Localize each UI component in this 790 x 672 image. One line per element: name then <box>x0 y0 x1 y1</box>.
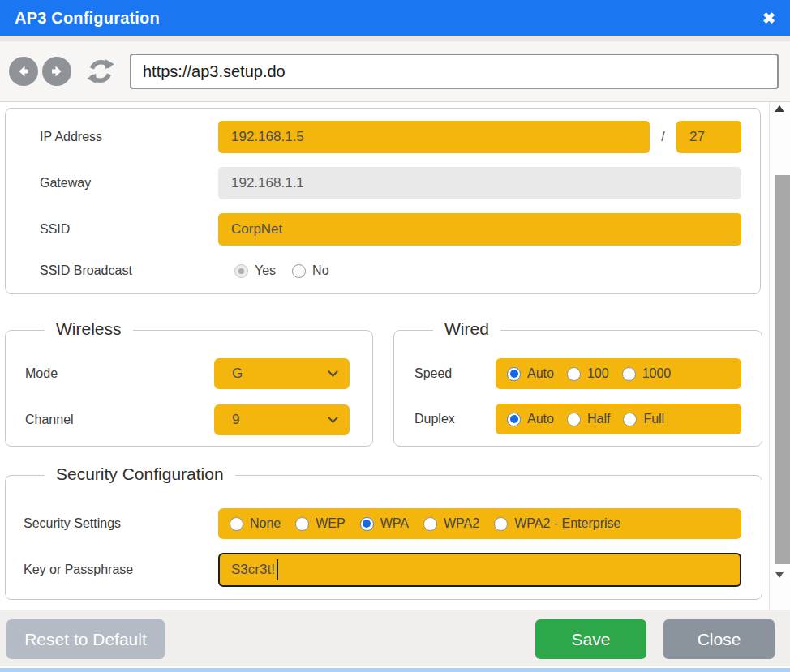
ssid-label: SSID <box>6 222 218 237</box>
wireless-legend: Wireless <box>45 319 133 339</box>
gateway-input: 192.168.1.1 <box>218 167 741 199</box>
security-wep-radio[interactable]: WEP <box>295 516 345 531</box>
key-passphrase-input[interactable]: S3cr3t! <box>218 553 741 587</box>
save-button[interactable]: Save <box>535 619 646 659</box>
ssid-broadcast-no-label: No <box>312 263 328 278</box>
duplex-radio-group: Auto Half Full <box>496 404 741 434</box>
duplex-half-radio[interactable]: Half <box>567 412 610 426</box>
mode-selected-value: G <box>232 366 243 382</box>
security-wpa2-label: WPA2 <box>444 516 479 531</box>
close-button[interactable]: Close <box>663 619 775 659</box>
mode-label: Mode <box>6 366 214 381</box>
form-content-area: IP Address 192.168.1.5 / 27 Gateway 192.… <box>0 101 790 610</box>
wired-section: Wired Speed Auto 100 1000 <box>393 330 762 447</box>
radio-selected-icon <box>507 367 521 381</box>
scrollbar-thumb[interactable] <box>775 175 790 564</box>
speed-100-label: 100 <box>587 366 609 381</box>
wireless-section: Wireless Mode G Channel 9 <box>5 330 373 447</box>
radio-unselected-icon <box>295 517 309 531</box>
ip-address-row: IP Address 192.168.1.5 / 27 <box>6 121 760 153</box>
ssid-broadcast-no-radio[interactable]: No <box>292 263 328 278</box>
cidr-separator: / <box>650 130 676 144</box>
forward-button[interactable] <box>42 57 71 86</box>
footer-bar: Reset to Default Save Close <box>0 610 790 666</box>
radio-unselected-icon <box>622 367 636 381</box>
security-wpa-radio[interactable]: WPA <box>360 516 409 531</box>
channel-select[interactable]: 9 <box>214 404 350 435</box>
back-arrow-icon <box>15 63 32 79</box>
duplex-half-label: Half <box>587 412 610 426</box>
window-title: AP3 Configuration <box>15 9 160 28</box>
chevron-down-icon <box>328 366 338 377</box>
scroll-up-arrow-icon[interactable] <box>775 105 784 112</box>
key-passphrase-row: Key or Passphrase S3cr3t! <box>6 553 762 587</box>
security-configuration-section: Security Configuration Security Settings… <box>5 475 762 600</box>
security-wpa2-enterprise-label: WPA2 - Enterprise <box>514 516 620 531</box>
duplex-auto-radio[interactable]: Auto <box>507 412 554 426</box>
ip-address-input[interactable]: 192.168.1.5 <box>218 121 650 153</box>
speed-row: Speed Auto 100 1000 <box>394 358 762 389</box>
speed-auto-label: Auto <box>527 366 554 381</box>
window-bottom-edge <box>0 666 790 672</box>
security-wep-label: WEP <box>316 516 345 531</box>
subnet-prefix-input[interactable]: 27 <box>676 121 741 153</box>
gateway-row: Gateway 192.168.1.1 <box>6 167 760 199</box>
duplex-auto-label: Auto <box>527 412 554 426</box>
text-caret <box>277 559 278 580</box>
radio-unselected-icon <box>623 413 637 426</box>
radio-unselected-icon <box>567 413 581 426</box>
mode-row: Mode G <box>6 358 372 389</box>
url-text: https://ap3.setup.do <box>143 62 286 81</box>
duplex-label: Duplex <box>394 412 496 426</box>
speed-100-radio[interactable]: 100 <box>567 366 609 381</box>
mode-select[interactable]: G <box>214 358 350 389</box>
gateway-label: Gateway <box>6 176 218 190</box>
speed-radio-group: Auto 100 1000 <box>496 358 741 389</box>
back-button[interactable] <box>9 57 38 86</box>
ip-address-value: 192.168.1.5 <box>231 129 304 145</box>
radio-selected-icon <box>507 413 521 426</box>
key-passphrase-label: Key or Passphrase <box>6 563 218 577</box>
speed-auto-radio[interactable]: Auto <box>507 366 554 381</box>
radio-unselected-icon <box>494 517 508 531</box>
forward-arrow-icon <box>49 63 65 79</box>
ssid-input[interactable]: CorpNet <box>218 213 741 246</box>
speed-1000-radio[interactable]: 1000 <box>622 366 672 381</box>
key-passphrase-value: S3cr3t! <box>231 562 275 578</box>
security-none-radio[interactable]: None <box>230 516 281 531</box>
duplex-full-label: Full <box>643 412 664 426</box>
radio-selected-icon <box>360 517 374 531</box>
channel-label: Channel <box>6 413 214 427</box>
wired-legend: Wired <box>433 319 500 339</box>
network-settings-panel: IP Address 192.168.1.5 / 27 Gateway 192.… <box>5 108 761 294</box>
url-address-input[interactable]: https://ap3.setup.do <box>130 54 779 89</box>
security-wpa-label: WPA <box>380 516 409 531</box>
ip-address-label: IP Address <box>6 130 218 144</box>
radio-selected-disabled-icon <box>234 264 248 278</box>
channel-selected-value: 9 <box>232 412 239 428</box>
refresh-icon <box>85 56 116 87</box>
speed-label: Speed <box>394 366 496 381</box>
ap3-configuration-window: AP3 Configuration ✖ https://ap3.setup.do <box>0 0 790 672</box>
refresh-button[interactable] <box>84 55 117 88</box>
vertical-scrollbar[interactable] <box>769 102 790 610</box>
duplex-row: Duplex Auto Half Full <box>394 404 762 434</box>
speed-1000-label: 1000 <box>642 366 672 381</box>
channel-row: Channel 9 <box>6 404 372 435</box>
radio-unselected-icon <box>567 367 581 381</box>
duplex-full-radio[interactable]: Full <box>623 412 664 426</box>
subnet-prefix-value: 27 <box>689 129 705 145</box>
ssid-broadcast-yes-radio[interactable]: Yes <box>234 263 276 278</box>
security-settings-label: Security Settings <box>6 516 218 531</box>
security-wpa2-enterprise-radio[interactable]: WPA2 - Enterprise <box>494 516 620 531</box>
reset-to-default-button[interactable]: Reset to Default <box>6 619 165 659</box>
security-none-label: None <box>250 516 281 531</box>
security-wpa2-radio[interactable]: WPA2 <box>423 516 479 531</box>
close-icon[interactable]: ✖ <box>762 11 775 26</box>
radio-unselected-icon <box>230 517 243 531</box>
chevron-down-icon <box>328 413 338 423</box>
security-configuration-legend: Security Configuration <box>45 464 235 484</box>
security-settings-radio-group: None WEP WPA WPA2 <box>218 508 741 539</box>
scroll-down-arrow-icon[interactable] <box>775 572 784 578</box>
ssid-value: CorpNet <box>231 221 282 238</box>
